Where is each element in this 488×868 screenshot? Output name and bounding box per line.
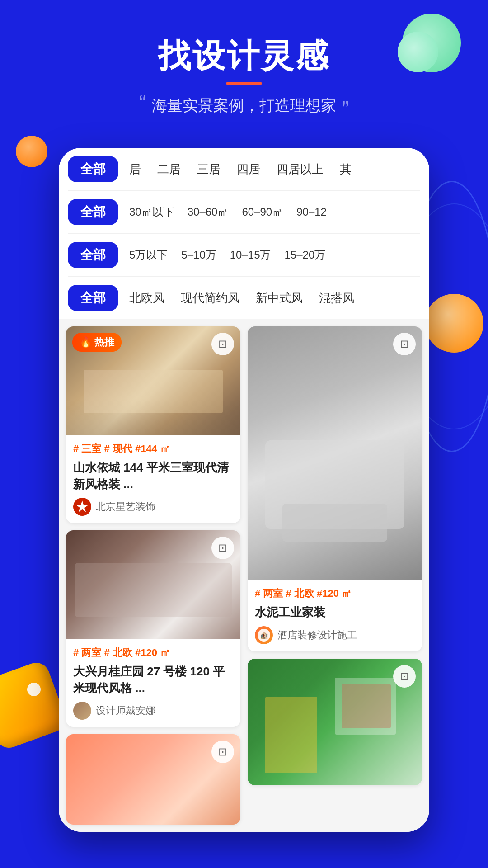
card-3: ⊡ # 两室 # 北欧 #120 ㎡ 大兴月桂庄园 27 号楼 120 平米现代… [66,530,240,727]
hot-label: 热推 [94,335,114,349]
filter-option-more[interactable]: 其 [340,161,352,177]
author-name-2: 酒店装修设计施工 [277,628,357,642]
author-avatar-3 [73,702,91,720]
header: 找设计灵感 “ 海量实景案例，打造理想家 ” [0,0,488,134]
bookmark-button-4[interactable]: ⊡ [393,665,416,688]
decoration-orange-circle-left [16,136,47,167]
filter-area-90-120[interactable]: 90–12 [296,206,327,218]
card-4-image: ⊡ [248,659,422,785]
filter-row-area: 全部 30㎡以下 30–60㎡ 60–90㎡ 90–12 [68,191,420,234]
bookmark-icon-2: ⊡ [400,338,409,350]
quote-close-icon: ” [342,98,349,121]
card-3-tags: # 两室 # 北欧 #120 ㎡ [73,646,233,660]
card-1-body: # 三室 # 现代 #144 ㎡ 山水依城 144 平米三室现代清新风格装 ..… [66,435,240,523]
card-3-image: ⊡ [66,530,240,639]
bookmark-button-1[interactable]: ⊡ [211,333,234,355]
filter-row-rooms: 全部 居 二居 三居 四居 四居以上 其 [68,148,420,191]
card-3-title: 大兴月桂庄园 27 号楼 120 平米现代风格 ... [73,663,233,696]
card-1: 🔥 热推 ⊡ # 三室 # 现代 #144 ㎡ 山水依城 144 平米三室现代清… [66,326,240,523]
filter-area-30below[interactable]: 30㎡以下 [129,205,174,219]
decoration-gold-dot [27,683,41,696]
card-2-body: # 两室 # 北欧 #120 ㎡ 水泥工业家装 🏨 酒店装修设计施工 [248,580,422,651]
card-2-author: 🏨 酒店装修设计施工 [255,626,415,644]
author-name-3: 设计师戴安娜 [96,704,155,717]
bookmark-icon-1: ⊡ [218,338,227,350]
card-3-author: 设计师戴安娜 [73,702,233,720]
card-1-image: 🔥 热推 ⊡ [66,326,240,435]
author-avatar-2: 🏨 [255,626,273,644]
filter-style-mixed[interactable]: 混搭风 [319,290,354,306]
filter-budget-15-20[interactable]: 15–20万 [285,248,326,262]
fire-icon: 🔥 [80,336,92,348]
filter-option-4plus[interactable]: 四居以上 [277,161,324,177]
bookmark-icon-5: ⊡ [218,745,227,758]
phone-mockup: 全部 居 二居 三居 四居 四居以上 其 全部 30㎡以下 30–60㎡ 60–… [59,148,429,832]
card-5-partial: ⊡ [66,734,240,825]
filter-area-30-60[interactable]: 30–60㎡ [188,205,229,219]
title-underline [226,82,262,85]
filter-style-nordic[interactable]: 北欧风 [129,290,164,306]
filter-row-budget: 全部 5万以下 5–10万 10–15万 15–20万 [68,234,420,277]
card-2: ⊡ # 两室 # 北欧 #120 ㎡ 水泥工业家装 🏨 [248,326,422,651]
filter-style-modern[interactable]: 现代简约风 [181,290,239,306]
card-2-tags: # 两室 # 北欧 #120 ㎡ [255,587,415,600]
filter-all-budget[interactable]: 全部 [68,242,118,268]
card-5-image: ⊡ [66,734,240,825]
phone-screen: 全部 居 二居 三居 四居 四居以上 其 全部 30㎡以下 30–60㎡ 60–… [59,148,429,832]
filter-option-2ju[interactable]: 二居 [157,161,181,177]
card-3-body: # 两室 # 北欧 #120 ㎡ 大兴月桂庄园 27 号楼 120 平米现代风格… [66,639,240,727]
filter-all-style[interactable]: 全部 [68,285,118,311]
filter-section: 全部 居 二居 三居 四居 四居以上 其 全部 30㎡以下 30–60㎡ 60–… [59,148,429,319]
card-1-title: 山水依城 144 平米三室现代清新风格装 ... [73,459,233,492]
author-name-1: 北京星艺装饰 [96,500,155,514]
author-avatar-1 [73,498,91,516]
filter-budget-5-10[interactable]: 5–10万 [181,248,216,262]
card-1-tags: # 三室 # 现代 #144 ㎡ [73,442,233,456]
filter-option-1ju[interactable]: 居 [129,161,141,177]
bookmark-button-3[interactable]: ⊡ [211,537,234,559]
card-4-partial: ⊡ [248,659,422,785]
filter-area-60-90[interactable]: 60–90㎡ [242,205,283,219]
subtitle-container: “ 海量实景案例，打造理想家 ” [0,95,488,116]
bookmark-icon-4: ⊡ [400,670,409,683]
filter-row-style: 全部 北欧风 现代简约风 新中式风 混搭风 [68,277,420,319]
page-title: 找设计灵感 [0,36,488,75]
card-2-title: 水泥工业家装 [255,604,415,620]
decoration-orange-circle-right [425,294,483,353]
filter-style-chinese[interactable]: 新中式风 [256,290,303,306]
content-grid: 🔥 热推 ⊡ # 三室 # 现代 #144 ㎡ 山水依城 144 平米三室现代清… [59,319,429,832]
filter-budget-5below[interactable]: 5万以下 [129,248,168,262]
bookmark-button-2[interactable]: ⊡ [393,333,416,355]
bookmark-button-5[interactable]: ⊡ [211,741,234,763]
bookmark-icon-3: ⊡ [218,542,227,554]
filter-option-4ju[interactable]: 四居 [237,161,260,177]
quote-open-icon: “ [139,92,146,115]
filter-all-area[interactable]: 全部 [68,199,118,225]
filter-all-rooms[interactable]: 全部 [68,156,118,182]
card-1-author: 北京星艺装饰 [73,498,233,516]
card-2-image: ⊡ [248,326,422,580]
hot-badge: 🔥 热推 [72,333,122,352]
filter-budget-10-15[interactable]: 10–15万 [230,248,271,262]
subtitle-text: 海量实景案例，打造理想家 [152,95,336,116]
filter-option-3ju[interactable]: 三居 [197,161,221,177]
